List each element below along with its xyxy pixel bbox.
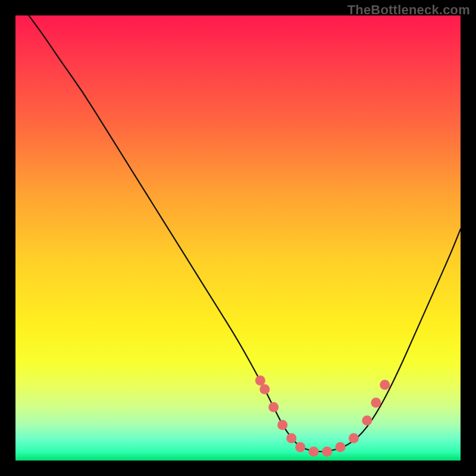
curve-marker [268,402,278,412]
chart-frame: TheBottleneck.com [0,0,476,476]
watermark-text: TheBottleneck.com [347,2,470,18]
curve-marker [255,375,265,386]
curve-markers [255,375,390,457]
curve-marker [277,420,287,430]
curve-marker [349,433,359,443]
curve-marker [295,442,305,452]
curve-marker [259,384,270,394]
curve-marker [380,380,390,390]
curve-marker [309,447,319,457]
curve-layer [15,15,461,461]
curve-marker [322,447,332,457]
plot-area [15,15,461,461]
curve-marker [286,433,296,443]
curve-marker [362,415,372,425]
bottleneck-curve [29,15,461,452]
curve-marker [371,397,381,408]
curve-marker [336,442,346,452]
